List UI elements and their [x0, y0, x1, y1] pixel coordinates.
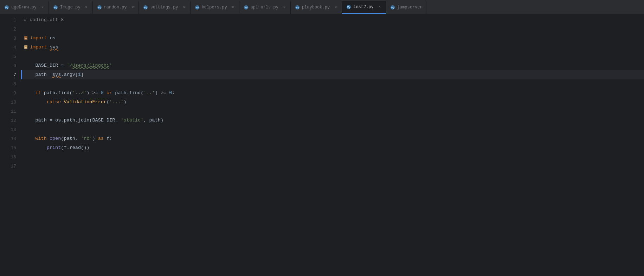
indent-9: [24, 88, 35, 98]
code-editor[interactable]: # coding=utf-8 py import os py import: [21, 14, 644, 276]
line-num-10: 10: [0, 98, 21, 107]
num-1: 1: [78, 70, 81, 79]
kw-as: as: [98, 134, 104, 143]
close-paren-12: ): [161, 116, 163, 125]
tab-label: settings.py: [150, 5, 178, 10]
kw-or: or: [107, 88, 112, 98]
indent-14: [24, 134, 35, 143]
kw-if: if: [35, 88, 41, 98]
line-num-3: 3: [0, 34, 21, 43]
str-ellipsis: '...': [109, 98, 124, 107]
tab-imagedraw[interactable]: Py ageDraw.py ×: [0, 1, 49, 14]
svg-text:Py: Py: [391, 6, 394, 9]
num-0b: 0: [169, 88, 172, 98]
paren-14a: (: [61, 134, 64, 143]
tab-label: ageDraw.py: [11, 5, 37, 10]
space-9e: [166, 88, 169, 98]
tab-bar: Py ageDraw.py × Py Image.py × Py: [0, 0, 644, 14]
code-line-13: [21, 125, 644, 134]
tab-label: playbook.py: [302, 5, 330, 10]
tab-label: Image.py: [60, 5, 80, 10]
space-14a: [47, 134, 50, 143]
indent-10: [24, 98, 47, 107]
svg-text:py: py: [25, 46, 27, 48]
close-paren-9a: ): [86, 88, 92, 98]
comma-12b: ,: [143, 116, 149, 125]
tab-playbook[interactable]: Py playbook.py ×: [291, 1, 342, 14]
line-num-15: 15: [0, 143, 21, 152]
space-token: [47, 43, 50, 52]
op-assign: =: [47, 70, 52, 79]
str-dotdot: '..': [143, 88, 155, 98]
close-paren-10: ): [124, 98, 127, 107]
code-line-11: [21, 107, 644, 116]
code-line-9: if path.find( '../' ) >= 0 or path.find(…: [21, 88, 644, 98]
import-icon-sys: py: [24, 45, 29, 50]
str-dot-slash: '../': [72, 88, 87, 98]
line-num-2: 2: [0, 25, 21, 34]
kw-raise: raise: [47, 98, 61, 107]
svg-text:Py: Py: [347, 6, 350, 9]
op-eq: =: [58, 61, 66, 70]
tab-api-urls[interactable]: Py api_urls.py ×: [239, 1, 291, 14]
close-paren-9b: ): [155, 88, 161, 98]
tab-label: helpers.py: [202, 5, 227, 10]
code-line-7: path = sys .argv[ 1 ]: [21, 70, 644, 79]
line-num-14: 14: [0, 134, 21, 143]
tab-random[interactable]: Py random.py ×: [93, 1, 139, 14]
var-base-dir-ref: BASE_DIR: [92, 116, 115, 125]
line-num-1: 1: [0, 15, 21, 25]
code-line-1: # coding=utf-8: [21, 15, 644, 25]
indent-7: [24, 70, 35, 79]
tab-settings[interactable]: Py settings.py ×: [139, 1, 190, 14]
line-num-17: 17: [0, 162, 21, 171]
editor-window: Py ageDraw.py × Py Image.py × Py: [0, 0, 644, 276]
var-path-ref: path: [149, 116, 160, 125]
python-icon: Py: [195, 5, 200, 10]
paren-14b: ): [92, 134, 98, 143]
line-num-11: 11: [0, 107, 21, 116]
tab-close-icon[interactable]: ×: [333, 5, 338, 10]
tab-close-icon[interactable]: ×: [84, 5, 89, 10]
python-icon: Py: [390, 5, 395, 10]
tab-close-icon[interactable]: ×: [231, 5, 236, 10]
code-line-16: [21, 152, 644, 162]
tab-label: test2.py: [353, 5, 374, 9]
line-num-12: 12: [0, 116, 21, 125]
tab-test2[interactable]: Py test2.py ×: [342, 1, 386, 14]
os-path-join: os.path.join(: [55, 116, 92, 125]
svg-text:Py: Py: [5, 6, 8, 9]
indent-15: [24, 143, 47, 152]
code-line-10: raise ValidationError ( '...' ): [21, 98, 644, 107]
line-num-16: 16: [0, 152, 21, 162]
editor-area[interactable]: 1 2 3 4 5 6 7 8 9 10 11 12 13 14 15 16 1…: [0, 14, 644, 276]
svg-text:Py: Py: [98, 6, 101, 9]
indent-6: [24, 61, 35, 70]
num-0a: 0: [101, 88, 104, 98]
tab-helpers[interactable]: Py helpers.py ×: [191, 1, 239, 14]
colon-9: :: [172, 88, 175, 98]
str-rb: 'rb': [81, 134, 92, 143]
var-path-14: path: [64, 134, 75, 143]
tab-label: jumpserver: [397, 5, 423, 10]
builtin-print: print: [47, 143, 61, 152]
code-line-4: py import sys: [21, 43, 644, 52]
tab-jumpserver[interactable]: Py jumpserver: [386, 1, 426, 14]
code-line-5: [21, 52, 644, 61]
code-line-12: path = os.path.join( BASE_DIR , 'static'…: [21, 116, 644, 125]
tab-image[interactable]: Py Image.py ×: [49, 1, 93, 14]
code-line-14: with open ( path , 'rb' ) as f:: [21, 134, 644, 143]
line-num-8: 8: [0, 79, 21, 88]
space-10a: [61, 98, 64, 107]
tab-close-icon[interactable]: ×: [130, 5, 135, 10]
op-eq-12: =: [47, 116, 55, 125]
python-icon: Py: [4, 5, 9, 10]
tab-close-icon[interactable]: ×: [40, 5, 45, 10]
tab-close-icon[interactable]: ×: [282, 5, 287, 10]
open-paren-10: (: [107, 98, 109, 107]
tab-close-icon[interactable]: ×: [182, 5, 187, 10]
tab-close-icon[interactable]: ×: [377, 5, 382, 9]
python-icon: Py: [97, 5, 102, 10]
tab-label: random.py: [104, 5, 127, 10]
space-9a: path.find(: [41, 88, 72, 98]
